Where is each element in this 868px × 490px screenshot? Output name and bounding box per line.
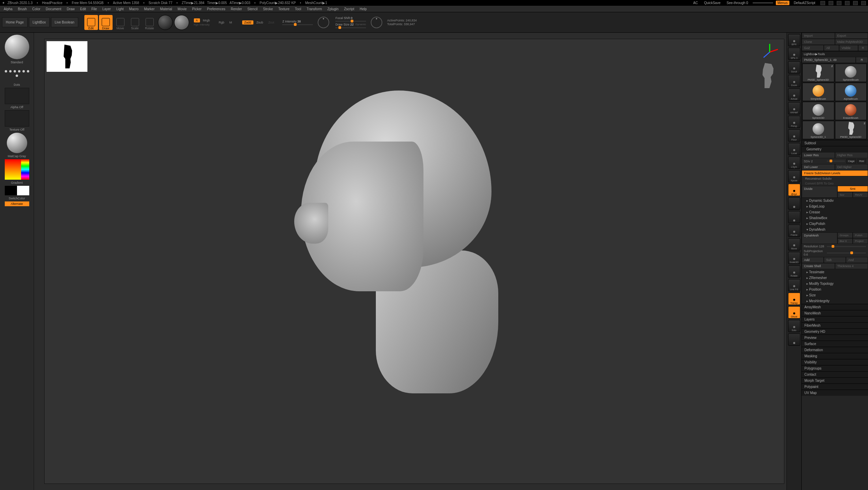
goz-all-button[interactable]: All bbox=[824, 45, 839, 51]
menu-file[interactable]: File bbox=[89, 6, 99, 12]
dynamic-dial[interactable] bbox=[371, 17, 382, 28]
section-uv-map[interactable]: UV Map bbox=[802, 390, 868, 396]
position-section[interactable]: Position bbox=[802, 287, 868, 292]
maximize-icon[interactable] bbox=[853, 1, 858, 5]
section-polypaint[interactable]: Polypaint bbox=[802, 383, 868, 390]
alpha-slot[interactable] bbox=[5, 88, 29, 104]
goz-visible-button[interactable]: Visible bbox=[839, 45, 858, 51]
tool-thumb-pm3d_sphere3d[interactable]: 2PM3D_Sphere3D bbox=[802, 64, 834, 82]
vstrip-bpr[interactable]: BPR bbox=[788, 34, 800, 46]
switchcolor-label[interactable]: SwitchColor bbox=[9, 197, 25, 200]
defaultzscript-button[interactable]: DefaultZScript bbox=[792, 1, 817, 5]
menu-layer[interactable]: Layer bbox=[100, 6, 113, 12]
move-tool[interactable]: Move bbox=[114, 15, 127, 30]
draw-tool[interactable]: Draw bbox=[99, 15, 113, 30]
import-button[interactable]: Import bbox=[802, 33, 835, 39]
live-boolean-tab[interactable]: Live Boolean bbox=[51, 17, 78, 27]
z-intensity-slider[interactable] bbox=[282, 24, 313, 25]
seethrough-slider[interactable] bbox=[753, 2, 773, 3]
geometry-section[interactable]: Geometry bbox=[802, 146, 868, 152]
section-masking[interactable]: Masking bbox=[802, 353, 868, 359]
window-tile-icon[interactable] bbox=[829, 1, 833, 5]
ac-button[interactable]: AC bbox=[691, 1, 700, 5]
section-arraymesh[interactable]: ArrayMesh bbox=[802, 304, 868, 310]
section-morph-target[interactable]: Morph Target bbox=[802, 377, 868, 383]
add-button[interactable]: Add bbox=[802, 257, 824, 263]
resolution-slider[interactable] bbox=[827, 246, 866, 247]
menu-draw[interactable]: Draw bbox=[64, 6, 77, 12]
del-higher-button[interactable]: Del Higher bbox=[835, 164, 868, 170]
freeze-subdiv-button[interactable]: Freeze SubDivision Levels bbox=[802, 170, 868, 176]
tool-thumb-alphabrush[interactable]: AlphaBrush bbox=[835, 83, 867, 101]
vstrip-ghost[interactable]: Ghost bbox=[788, 306, 800, 318]
goz-r-button[interactable]: R bbox=[858, 45, 868, 51]
reuv-button[interactable]: ReUV bbox=[853, 192, 868, 198]
edit-tool[interactable]: Edit bbox=[84, 15, 98, 30]
color-swatches[interactable] bbox=[5, 186, 29, 195]
tool-thumb-spherebrush[interactable]: SphereBrush bbox=[835, 64, 867, 82]
menu-stroke[interactable]: Stroke bbox=[261, 6, 275, 12]
dynamic-subdiv-section[interactable]: Dynamic Subdiv bbox=[802, 198, 868, 203]
vstrip-rotate[interactable]: Rotate bbox=[788, 265, 800, 278]
vstrip-move[interactable]: Move bbox=[788, 238, 800, 250]
menu-transform[interactable]: Transform bbox=[304, 6, 324, 12]
section-fibermesh[interactable]: FiberMesh bbox=[802, 322, 868, 328]
create-shell-button[interactable]: Create Shell bbox=[802, 263, 835, 269]
menu-tool[interactable]: Tool bbox=[293, 6, 303, 12]
sub-button[interactable]: Sub bbox=[824, 257, 846, 263]
del-lower-button[interactable]: Del Lower bbox=[802, 164, 835, 170]
tool-thumb-simplebrush[interactable]: SimpleBrush bbox=[802, 83, 834, 101]
vstrip-zoom[interactable]: Zoom bbox=[788, 75, 800, 87]
vstrip-btn[interactable] bbox=[788, 211, 800, 223]
vstrip-solo[interactable]: Solo bbox=[788, 320, 800, 332]
menu-zscript[interactable]: Zscript bbox=[341, 6, 356, 12]
polish-button[interactable]: Polish bbox=[853, 232, 868, 238]
blur-field[interactable]: Blur 0 bbox=[837, 238, 853, 244]
zsub-toggle[interactable]: Zsub bbox=[254, 20, 265, 24]
tool-thumb-sphere3d[interactable]: Sphere3D bbox=[802, 102, 834, 120]
home-page-tab[interactable]: Home Page bbox=[2, 17, 28, 27]
reconstruct-subdiv-button[interactable]: Reconstruct Subdiv bbox=[802, 176, 868, 181]
vstrip-transp[interactable]: Transp bbox=[788, 293, 800, 305]
stroke-preview-icon[interactable] bbox=[5, 65, 29, 82]
rgb-toggle[interactable]: Rgb bbox=[217, 20, 227, 24]
menu-alpha[interactable]: Alpha bbox=[1, 6, 15, 12]
menu-render[interactable]: Render bbox=[229, 6, 245, 12]
section-nanomesh[interactable]: NanoMesh bbox=[802, 310, 868, 316]
menu-brush[interactable]: Brush bbox=[16, 6, 29, 12]
thickness-field[interactable]: Thickness 4 bbox=[835, 263, 868, 269]
window-showhide-icon[interactable] bbox=[837, 1, 841, 5]
tool-name[interactable]: PM3D_Sphere3D_1. 49 bbox=[802, 57, 856, 63]
menu-edit[interactable]: Edit bbox=[78, 6, 88, 12]
brush-preview-icon[interactable] bbox=[5, 35, 29, 59]
section-visibility[interactable]: Visibility bbox=[802, 359, 868, 365]
menu-preferences[interactable]: Preferences bbox=[205, 6, 228, 12]
dynamesh-button[interactable]: DynaMesh bbox=[802, 232, 837, 244]
menu-document[interactable]: Document bbox=[44, 6, 64, 12]
rstr-button[interactable]: Rstr bbox=[857, 159, 866, 163]
lightbox-tools-nav[interactable]: Lightbox▶Tools bbox=[802, 51, 868, 57]
section-surface[interactable]: Surface bbox=[802, 341, 868, 347]
section-preview[interactable]: Preview bbox=[802, 334, 868, 341]
a-toggle[interactable]: A bbox=[194, 18, 200, 22]
tool-r-button[interactable]: R bbox=[856, 57, 868, 63]
vstrip-persp[interactable]: Persp bbox=[788, 116, 800, 128]
vstrip--xyz[interactable]: @xyz bbox=[788, 184, 800, 196]
convert-bpr-button[interactable]: Convert BPR To Geo bbox=[802, 181, 868, 186]
menu-texture[interactable]: Texture bbox=[276, 6, 292, 12]
groups-button[interactable]: Groups bbox=[837, 232, 853, 238]
vstrip-frame[interactable]: Frame bbox=[788, 225, 800, 237]
export-button[interactable]: Export bbox=[835, 33, 868, 39]
clone-button[interactable]: Clone bbox=[802, 39, 835, 45]
material-preview-icon[interactable] bbox=[7, 133, 27, 153]
camera-preview-icon[interactable] bbox=[757, 63, 777, 88]
dynamesh-section[interactable]: DynaMesh bbox=[802, 227, 868, 232]
vstrip-btn[interactable] bbox=[788, 333, 800, 346]
vstrip-actual[interactable]: Actual bbox=[788, 88, 800, 101]
menus-toggle[interactable]: Menus bbox=[776, 1, 789, 5]
rotate-tool[interactable]: Rotate bbox=[143, 15, 156, 30]
vstrip-lsym[interactable]: LSym bbox=[788, 157, 800, 169]
make-polymesh-button[interactable]: Make PolyMesh3D bbox=[835, 39, 868, 45]
color-picker[interactable] bbox=[5, 159, 29, 180]
zremesher-section[interactable]: ZRemesher bbox=[802, 275, 868, 281]
